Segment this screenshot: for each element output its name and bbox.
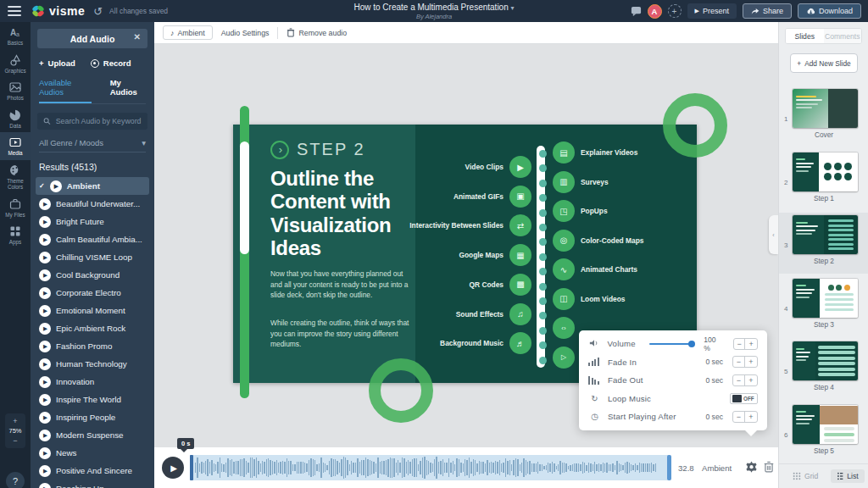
fade-out-stepper[interactable]: −+ bbox=[732, 374, 758, 386]
thumbnail-preview[interactable] bbox=[793, 89, 858, 128]
audio-waveform[interactable] bbox=[190, 455, 670, 480]
fade-in-stepper[interactable]: −+ bbox=[732, 356, 758, 368]
minus-button[interactable]: − bbox=[733, 375, 745, 385]
tab-slides[interactable]: Slides bbox=[786, 29, 824, 43]
tab-comments[interactable]: Comments bbox=[824, 29, 862, 43]
zoom-control[interactable]: + 75% − bbox=[5, 413, 25, 448]
menu-icon[interactable] bbox=[8, 3, 21, 19]
audio-list-item[interactable]: ▶Innovation bbox=[36, 373, 149, 391]
zoom-out-button[interactable]: − bbox=[13, 436, 17, 445]
sidebar-item-graphics[interactable]: Graphics bbox=[0, 50, 31, 78]
sidebar-item-apps[interactable]: Apps bbox=[0, 221, 31, 249]
close-icon[interactable]: ✕ bbox=[134, 32, 141, 42]
play-icon[interactable]: ▶ bbox=[39, 198, 51, 210]
thumbnail-preview[interactable] bbox=[793, 152, 858, 191]
audio-list-item[interactable]: ▶Positive And Sincere bbox=[36, 462, 149, 480]
tab-available-audios[interactable]: Available Audios bbox=[39, 78, 92, 103]
tab-my-audios[interactable]: My Audios bbox=[110, 78, 146, 103]
plus-button[interactable]: + bbox=[745, 339, 757, 349]
play-icon[interactable]: ▶ bbox=[50, 180, 62, 192]
play-icon[interactable]: ▶ bbox=[39, 412, 51, 424]
sidebar-item-theme-colors[interactable]: Theme Colors bbox=[0, 160, 31, 194]
share-button[interactable]: Share bbox=[743, 3, 792, 19]
waveform-end-handle[interactable] bbox=[667, 455, 671, 480]
delete-audio-button[interactable] bbox=[764, 461, 774, 476]
play-icon[interactable]: ▶ bbox=[39, 394, 51, 406]
volume-slider[interactable] bbox=[649, 343, 692, 345]
download-button[interactable]: Download bbox=[798, 3, 861, 19]
audio-list-item[interactable]: ▶News bbox=[36, 444, 149, 462]
slide-thumbnail-step-2[interactable]: 3Step 2 bbox=[779, 213, 868, 274]
audio-list-item[interactable]: ✓▶Ambient bbox=[36, 177, 149, 195]
document-title[interactable]: How to Create a Multimedia Presentation … bbox=[353, 3, 514, 12]
play-icon[interactable]: ▶ bbox=[39, 287, 51, 299]
thumbnail-preview[interactable] bbox=[793, 279, 858, 318]
play-icon[interactable]: ▶ bbox=[39, 358, 51, 370]
audio-list-item[interactable]: ▶Modern Suspense bbox=[36, 426, 149, 444]
audio-settings-button[interactable]: Audio Settings bbox=[221, 29, 270, 37]
play-icon[interactable]: ▶ bbox=[39, 323, 51, 335]
volume-stepper[interactable]: −+ bbox=[733, 338, 758, 350]
present-button[interactable]: ▶ Present bbox=[687, 3, 737, 19]
audio-list-item[interactable]: ▶Calm Beautiful Ambia... bbox=[36, 230, 149, 248]
audio-list-item[interactable]: ▶Inspiring People bbox=[36, 408, 149, 426]
play-icon[interactable]: ▶ bbox=[39, 252, 51, 263]
upload-button[interactable]: + Upload bbox=[39, 58, 75, 68]
audio-list-item[interactable]: ▶Inspire The World bbox=[36, 391, 149, 408]
slide-thumbnail-step-4[interactable]: 5Step 4 bbox=[779, 339, 868, 400]
grid-view-button[interactable]: Grid bbox=[787, 469, 824, 483]
minus-button[interactable]: − bbox=[733, 412, 745, 422]
sidebar-item-media[interactable]: Media bbox=[0, 132, 31, 160]
remove-audio-button[interactable]: Remove audio bbox=[287, 28, 347, 37]
undo-icon[interactable]: ↺ bbox=[93, 5, 103, 18]
play-icon[interactable]: ▶ bbox=[39, 216, 51, 228]
collapse-panel-handle[interactable]: ‹ bbox=[769, 215, 778, 254]
play-icon[interactable]: ▶ bbox=[39, 430, 51, 441]
play-icon[interactable]: ▶ bbox=[39, 483, 51, 488]
thumbnail-preview[interactable] bbox=[793, 215, 858, 254]
add-collaborator-button[interactable]: + bbox=[668, 4, 682, 18]
audio-list-item[interactable]: ▶Corporate Electro bbox=[36, 284, 149, 302]
sidebar-item-my-files[interactable]: My Files bbox=[0, 194, 31, 222]
visme-logo[interactable]: visme bbox=[31, 4, 85, 18]
plus-button[interactable]: + bbox=[745, 375, 757, 385]
play-audio-button[interactable]: ▶ bbox=[162, 457, 184, 479]
help-button[interactable]: ? bbox=[6, 472, 25, 488]
audio-list-item[interactable]: ▶Fashion Promo bbox=[36, 337, 149, 355]
play-icon[interactable]: ▶ bbox=[39, 269, 51, 281]
loop-music-toggle[interactable]: OFF bbox=[730, 393, 758, 404]
start-after-stepper[interactable]: −+ bbox=[732, 411, 758, 423]
slide-thumbnail-step-1[interactable]: 2Step 1 bbox=[779, 150, 868, 211]
play-icon[interactable]: ▶ bbox=[39, 376, 51, 388]
audio-settings-gear-button[interactable] bbox=[745, 461, 758, 477]
audio-list-item[interactable]: ▶Emotional Moment bbox=[36, 302, 149, 319]
minus-button[interactable]: − bbox=[733, 357, 745, 367]
slide-thumbnail-cover[interactable]: 1Cover bbox=[779, 86, 868, 147]
audio-list-item[interactable]: ▶Epic Ambient Rock bbox=[36, 319, 149, 337]
sidebar-item-photos[interactable]: Photos bbox=[0, 77, 31, 105]
minus-button[interactable]: − bbox=[734, 339, 746, 349]
audio-search-box[interactable] bbox=[37, 113, 147, 130]
record-button[interactable]: Record bbox=[91, 58, 131, 68]
audio-list-item[interactable]: ▶Reaching Up bbox=[36, 480, 149, 488]
play-icon[interactable]: ▶ bbox=[39, 465, 51, 477]
thumbnail-preview[interactable] bbox=[793, 405, 858, 444]
play-icon[interactable]: ▶ bbox=[39, 305, 51, 317]
audio-list-item[interactable]: ▶Cool Background bbox=[36, 266, 149, 284]
time-marker[interactable]: 0 s bbox=[177, 438, 194, 449]
genre-filter-dropdown[interactable]: All Genre / Moods ▾ bbox=[39, 138, 146, 152]
plus-button[interactable]: + bbox=[745, 412, 757, 422]
list-view-button[interactable]: List bbox=[831, 469, 864, 483]
play-icon[interactable]: ▶ bbox=[39, 234, 51, 246]
sidebar-item-data[interactable]: Data bbox=[0, 105, 31, 133]
slide-thumbnail-step-3[interactable]: 4Step 3 bbox=[779, 276, 868, 337]
slide-thumbnail-step-5[interactable]: 6Step 5 bbox=[779, 402, 868, 463]
avatar[interactable]: A bbox=[648, 4, 662, 19]
search-input[interactable] bbox=[56, 117, 142, 125]
play-icon[interactable]: ▶ bbox=[39, 341, 51, 352]
audio-list-item[interactable]: ▶Bright Future bbox=[36, 213, 149, 230]
add-new-slide-button[interactable]: + Add New Slide bbox=[790, 53, 858, 73]
zoom-in-button[interactable]: + bbox=[13, 417, 17, 425]
playhead-marker[interactable] bbox=[190, 455, 193, 480]
plus-button[interactable]: + bbox=[745, 357, 757, 367]
